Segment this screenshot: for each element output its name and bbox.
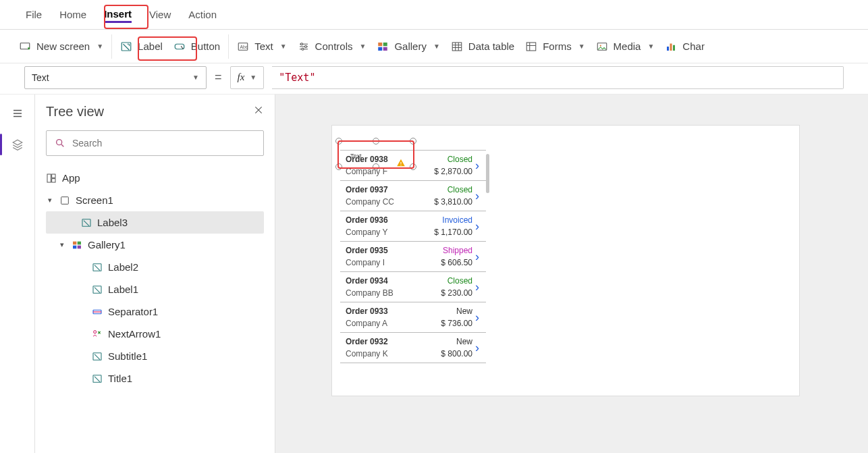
scrollbar-thumb[interactable]	[486, 154, 489, 193]
company-name: Company K	[346, 349, 423, 358]
controls-label: Controls	[315, 41, 353, 52]
property-value: Text	[32, 72, 49, 83]
tree-view-button[interactable]	[8, 135, 27, 154]
label-icon	[92, 351, 103, 362]
chevron-right-icon[interactable]: ›	[475, 341, 483, 355]
tree-item-separator1[interactable]: Separator1	[46, 300, 264, 323]
order-amount: $ 606.50	[425, 258, 472, 267]
chevron-right-icon[interactable]: ›	[475, 280, 483, 294]
gallery-item[interactable]: Order 0932New›Company K$ 800.00	[340, 333, 486, 363]
order-id: Order 0936	[346, 215, 423, 225]
gallery-item[interactable]: Order 0936Invoiced›Company Y$ 1,170.00	[340, 211, 486, 242]
preview-gallery[interactable]: Order 0938Closed›Company F$ 2,870.00Orde…	[340, 150, 486, 363]
close-button[interactable]	[253, 105, 264, 119]
menu-file[interactable]: File	[26, 7, 42, 22]
svg-rect-35	[400, 162, 401, 164]
svg-rect-17	[670, 43, 672, 51]
menu-bar: File Home Insert View Action	[0, 0, 868, 30]
order-status: Invoiced	[425, 215, 472, 225]
search-input[interactable]	[72, 138, 255, 149]
order-id: Order 0932	[346, 337, 423, 346]
search-box[interactable]	[46, 130, 264, 156]
svg-rect-36	[400, 165, 401, 165]
gallery-label: Gallery	[394, 41, 427, 52]
tree-item-label: Label1	[108, 284, 138, 295]
tree-item-label: App	[62, 172, 80, 184]
tree-item-title1[interactable]: Title1	[46, 367, 264, 390]
selected-label-overlay[interactable]: Text	[341, 143, 411, 165]
order-amount: $ 736.00	[425, 319, 472, 328]
order-status: New	[425, 307, 472, 316]
svg-point-5	[300, 43, 302, 45]
chevron-down-icon: ▼	[250, 74, 256, 81]
table-icon	[451, 41, 463, 53]
forms-button[interactable]: Forms ▼	[520, 36, 590, 57]
chevron-down-icon: ▼	[433, 43, 440, 50]
svg-point-6	[304, 45, 306, 47]
chevron-right-icon[interactable]: ›	[475, 219, 483, 234]
fx-button[interactable]: fx ▼	[230, 66, 265, 89]
menu-action[interactable]: Action	[188, 7, 217, 22]
tree-item-label3[interactable]: Label3	[46, 211, 264, 234]
company-name: Company I	[346, 258, 423, 267]
menu-insert[interactable]: Insert	[104, 7, 132, 23]
media-button[interactable]: Media ▼	[591, 36, 660, 57]
company-name: Company A	[346, 319, 423, 328]
svg-point-7	[302, 48, 304, 50]
gallery-item[interactable]: Order 0937Closed›Company CC$ 3,810.00	[340, 181, 486, 211]
order-amount: $ 2,870.00	[425, 167, 472, 176]
chevron-down-icon: ▼	[578, 43, 585, 50]
svg-point-32	[94, 330, 97, 333]
tree-item-gallery1[interactable]: ▾ Gallery1	[46, 234, 264, 256]
formula-input[interactable]	[272, 66, 844, 89]
chevron-down-icon: ▼	[647, 43, 654, 50]
new-screen-button[interactable]: New screen ▼	[13, 36, 109, 57]
gallery-item[interactable]: Order 0935Shipped›Company I$ 606.50	[340, 242, 486, 272]
menu-home[interactable]: Home	[59, 7, 86, 22]
svg-rect-13	[526, 43, 536, 51]
company-name: Company Y	[346, 228, 423, 237]
chevron-right-icon[interactable]: ›	[475, 250, 483, 264]
chevron-right-icon[interactable]: ›	[475, 311, 483, 325]
gallery-item[interactable]: Order 0934Closed›Company BB$ 230.00	[340, 272, 486, 302]
menu-view[interactable]: View	[149, 7, 171, 22]
order-status: Closed	[425, 185, 472, 194]
tree-item-label: Screen1	[76, 194, 113, 206]
separator	[228, 34, 229, 59]
chevron-right-icon[interactable]: ›	[475, 189, 483, 203]
property-dropdown[interactable]: Text ▼	[24, 66, 207, 89]
tree-item-label2[interactable]: Label2	[46, 256, 264, 278]
company-name: Company CC	[346, 197, 423, 207]
tree-item-app[interactable]: App	[46, 167, 264, 189]
button-button[interactable]: Button	[168, 36, 225, 57]
chevron-right-icon[interactable]: ›	[475, 159, 483, 173]
charts-button[interactable]: Char	[659, 36, 710, 57]
gallery-button[interactable]: Gallery ▼	[371, 36, 445, 57]
app-icon	[46, 173, 57, 184]
collapse-icon[interactable]: ▾	[58, 240, 66, 249]
data-table-label: Data table	[468, 41, 514, 52]
tree-item-label1[interactable]: Label1	[46, 278, 264, 300]
svg-rect-26	[78, 241, 81, 244]
svg-point-15	[599, 45, 601, 46]
hamburger-button[interactable]	[8, 104, 27, 123]
collapse-icon[interactable]: ▾	[46, 196, 54, 205]
controls-icon	[298, 41, 310, 53]
separator-icon	[92, 307, 103, 317]
tree-item-screen1[interactable]: ▾ Screen1	[46, 189, 264, 211]
gallery-item[interactable]: Order 0933New›Company A$ 736.00	[340, 302, 486, 333]
svg-rect-10	[379, 47, 383, 50]
text-button[interactable]: Abc Text ▼	[232, 36, 292, 57]
close-icon	[253, 105, 264, 115]
label-button[interactable]: Label	[115, 36, 168, 57]
data-table-button[interactable]: Data table	[445, 36, 520, 57]
forms-icon	[525, 41, 537, 53]
tree-view-pane: Tree view App ▾ Screen1 Label3	[35, 95, 275, 453]
tree-item-nextarrow1[interactable]: NextArrow1	[46, 323, 264, 345]
chevron-down-icon: ▼	[359, 43, 366, 50]
nextarrow-icon	[92, 329, 103, 340]
controls-button[interactable]: Controls ▼	[292, 36, 372, 57]
tree-item-subtitle1[interactable]: Subtitle1	[46, 345, 264, 367]
tree-title: Tree view	[46, 104, 104, 119]
svg-rect-8	[379, 43, 383, 46]
